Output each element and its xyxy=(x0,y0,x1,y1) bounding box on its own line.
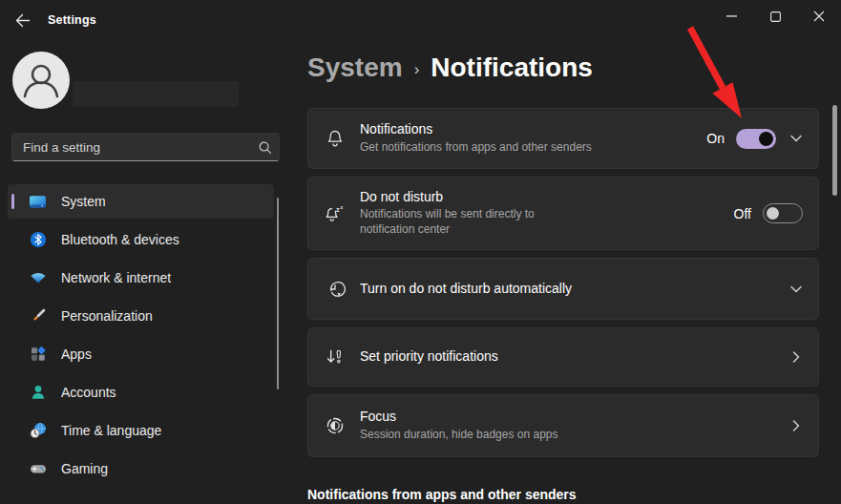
arrow-left-icon xyxy=(13,11,32,30)
dnd-automatic-card[interactable]: Turn on do not disturb automatically xyxy=(307,258,819,320)
apps-icon xyxy=(29,346,47,364)
focus-card[interactable]: Focus Session duration, hide badges on a… xyxy=(307,394,819,457)
close-button[interactable] xyxy=(797,0,841,32)
chevron-right-icon[interactable] xyxy=(789,350,803,364)
close-icon xyxy=(813,10,825,22)
breadcrumb-parent[interactable]: System xyxy=(307,52,403,83)
do-not-disturb-toggle[interactable] xyxy=(763,203,803,223)
system-icon xyxy=(29,193,47,211)
sidebar-item-bluetooth-devices[interactable]: Bluetooth & devices xyxy=(8,222,274,257)
breadcrumb: System › Notifications xyxy=(307,52,593,83)
priority-icon xyxy=(325,346,346,368)
bluetooth-icon xyxy=(29,231,47,249)
notifications-card[interactable]: Notifications Get notifications from app… xyxy=(307,108,819,169)
search-input[interactable] xyxy=(12,134,279,160)
card-controls: Off xyxy=(734,203,803,223)
toggle-state-label: Off xyxy=(734,206,751,221)
globe-clock-icon xyxy=(29,422,47,440)
svg-text:z: z xyxy=(341,203,344,209)
chevron-down-icon[interactable] xyxy=(789,132,803,145)
sidebar-item-personalization[interactable]: Personalization xyxy=(8,299,274,333)
card-subtitle: Get notifications from apps and other se… xyxy=(360,140,706,156)
sidebar-item-label: Personalization xyxy=(61,308,153,324)
card-controls xyxy=(776,283,803,296)
chevron-right-icon[interactable] xyxy=(789,419,803,432)
breadcrumb-separator-icon: › xyxy=(414,60,420,79)
wifi-icon xyxy=(29,269,47,287)
sidebar-item-gaming[interactable]: Gaming xyxy=(8,452,274,486)
titlebar: Settings xyxy=(0,0,841,40)
card-text: Turn on do not disturb automatically xyxy=(360,281,776,298)
card-controls: On xyxy=(706,129,803,149)
card-subtitle: Notifications will be sent directly to n… xyxy=(360,207,734,238)
card-controls xyxy=(776,419,803,432)
card-subtitle: Session duration, hide badges on apps xyxy=(360,428,776,443)
card-title: Set priority notifications xyxy=(360,348,776,366)
card-controls xyxy=(776,350,803,364)
maximize-button[interactable] xyxy=(753,0,797,32)
sidebar-scrollbar-thumb[interactable] xyxy=(277,198,279,389)
settings-card-list: Notifications Get notifications from app… xyxy=(307,108,819,465)
sidebar-item-label: Time & language xyxy=(61,423,161,438)
sidebar-item-label: Bluetooth & devices xyxy=(61,232,179,247)
sidebar-item-network-internet[interactable]: Network & internet xyxy=(8,261,274,295)
card-title: Focus xyxy=(360,409,776,426)
card-text: Focus Session duration, hide badges on a… xyxy=(360,409,776,442)
page-title: Notifications xyxy=(431,52,593,83)
section-header: Notifications from apps and other sender… xyxy=(307,487,577,502)
sidebar-item-apps[interactable]: Apps xyxy=(8,337,274,371)
selection-pill xyxy=(11,194,14,209)
window-controls xyxy=(709,0,841,32)
card-title: Turn on do not disturb automatically xyxy=(360,281,776,298)
person-icon xyxy=(12,52,70,109)
search-box xyxy=(11,133,280,161)
sidebar-item-label: Gaming xyxy=(61,461,108,476)
bell-icon xyxy=(325,128,346,149)
sidebar-item-label: Network & internet xyxy=(61,270,171,285)
sidebar-item-label: System xyxy=(61,194,106,209)
minimize-button[interactable] xyxy=(709,0,753,32)
notifications-toggle[interactable] xyxy=(736,129,776,149)
sidebar-item-label: Apps xyxy=(61,346,92,362)
svg-text:z: z xyxy=(336,204,340,213)
minimize-icon xyxy=(726,15,737,17)
bell-sleep-icon: z z xyxy=(325,203,346,224)
card-text: Notifications Get notifications from app… xyxy=(360,121,706,155)
card-text: Do not disturb Notifications will be sen… xyxy=(360,189,734,238)
gamepad-icon xyxy=(29,460,47,478)
focus-icon xyxy=(325,415,346,436)
card-text: Set priority notifications xyxy=(360,348,776,366)
do-not-disturb-card[interactable]: z z Do not disturb Notifications will be… xyxy=(307,177,819,250)
clock-history-icon xyxy=(325,279,346,300)
back-button[interactable] xyxy=(11,10,32,30)
priority-notifications-card[interactable]: Set priority notifications xyxy=(307,327,819,387)
card-title: Do not disturb xyxy=(360,189,734,206)
toggle-knob xyxy=(767,207,779,220)
user-name-placeholder xyxy=(73,81,239,107)
sidebar-nav: System Bluetooth & devices Network & int… xyxy=(8,184,274,490)
sidebar-item-label: Accounts xyxy=(61,385,116,400)
sidebar-item-accounts[interactable]: Accounts xyxy=(8,375,274,410)
main-scrollbar-thumb[interactable] xyxy=(832,105,837,196)
paintbrush-icon xyxy=(29,307,47,326)
card-title: Notifications xyxy=(360,121,706,138)
search-icon[interactable] xyxy=(258,140,272,155)
toggle-knob xyxy=(759,132,773,146)
toggle-state-label: On xyxy=(706,131,725,146)
app-title: Settings xyxy=(48,13,96,27)
accounts-icon xyxy=(29,384,47,402)
settings-window: { "window": { "app_title": "Settings" },… xyxy=(0,0,841,504)
sidebar-item-time-language[interactable]: Time & language xyxy=(8,413,274,448)
sidebar-item-system[interactable]: System xyxy=(8,184,274,219)
chevron-down-icon[interactable] xyxy=(789,283,803,296)
maximize-icon xyxy=(770,11,781,22)
avatar xyxy=(12,52,70,109)
